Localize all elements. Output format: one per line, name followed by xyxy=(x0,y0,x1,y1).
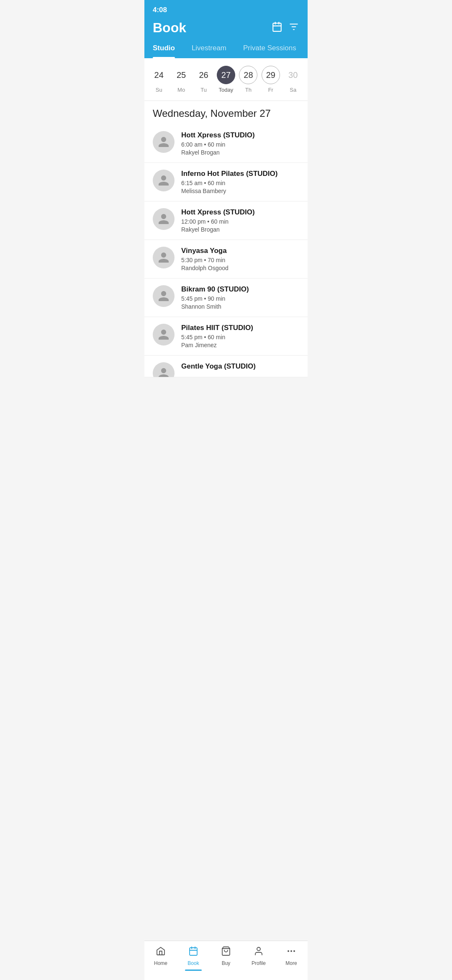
avatar xyxy=(153,362,175,377)
class-instructor: Melissa Bambery xyxy=(181,188,299,194)
calendar-day-25[interactable]: 25 Mo xyxy=(171,66,191,93)
status-bar: 4:08 xyxy=(144,0,308,17)
class-name: Hott Xpress (STUDIO) xyxy=(181,131,299,139)
header: Book xyxy=(144,17,308,36)
class-item[interactable]: Vinyasa Yoga 5:30 pm • 70 min Randolph O… xyxy=(144,240,308,279)
class-name: Hott Xpress (STUDIO) xyxy=(181,208,299,217)
page-title: Book xyxy=(153,20,186,36)
calendar-icon[interactable] xyxy=(272,21,282,35)
class-time: 6:15 am • 60 min xyxy=(181,180,299,186)
calendar-day-27[interactable]: 27 Today xyxy=(216,66,236,93)
class-instructor: Rakyel Brogan xyxy=(181,149,299,156)
calendar-day-26[interactable]: 26 Tu xyxy=(194,66,214,93)
calendar-day-30[interactable]: 30 Sa xyxy=(283,66,303,93)
date-heading: Wednesday, November 27 xyxy=(144,101,308,124)
avatar xyxy=(153,285,175,307)
class-item[interactable]: Hott Xpress (STUDIO) 12:00 pm • 60 min R… xyxy=(144,201,308,240)
filter-icon[interactable] xyxy=(288,21,299,35)
class-name: Gentle Yoga (STUDIO) xyxy=(181,362,299,371)
class-item[interactable]: Hott Xpress (STUDIO) 6:00 am • 60 min Ra… xyxy=(144,124,308,163)
tab-private-sessions[interactable]: Private Sessions xyxy=(235,41,305,58)
svg-rect-0 xyxy=(273,23,281,31)
class-item[interactable]: Bikram 90 (STUDIO) 5:45 pm • 90 min Shan… xyxy=(144,279,308,317)
avatar xyxy=(153,170,175,191)
status-time: 4:08 xyxy=(153,6,167,14)
class-item[interactable]: Inferno Hot Pilates (STUDIO) 6:15 am • 6… xyxy=(144,163,308,201)
class-instructor: Rakyel Brogan xyxy=(181,226,299,233)
class-instructor: Shannon Smith xyxy=(181,303,299,310)
tab-studio[interactable]: Studio xyxy=(144,41,183,58)
tab-livestream[interactable]: Livestream xyxy=(183,41,235,58)
avatar xyxy=(153,131,175,153)
class-time: 5:45 pm • 60 min xyxy=(181,334,299,340)
class-time: 5:30 pm • 70 min xyxy=(181,257,299,263)
class-name: Vinyasa Yoga xyxy=(181,247,299,255)
class-time: 6:00 am • 60 min xyxy=(181,141,299,148)
header-actions xyxy=(272,21,299,35)
calendar-day-24[interactable]: 24 Su xyxy=(149,66,169,93)
class-item[interactable]: Pilates HIIT (STUDIO) 5:45 pm • 60 min P… xyxy=(144,317,308,356)
tab-bar: Studio Livestream Private Sessions xyxy=(144,36,308,58)
calendar-strip: 24 Su 25 Mo 26 Tu 27 Today 28 Th 29 Fr 3… xyxy=(144,58,308,101)
class-item[interactable]: Gentle Yoga (STUDIO) xyxy=(144,356,308,377)
avatar xyxy=(153,247,175,268)
avatar xyxy=(153,208,175,230)
class-name: Bikram 90 (STUDIO) xyxy=(181,285,299,294)
class-list: Hott Xpress (STUDIO) 6:00 am • 60 min Ra… xyxy=(144,124,308,377)
class-name: Pilates HIIT (STUDIO) xyxy=(181,324,299,332)
calendar-day-28[interactable]: 28 Th xyxy=(238,66,258,93)
avatar xyxy=(153,324,175,346)
class-instructor: Pam Jimenez xyxy=(181,342,299,348)
class-name: Inferno Hot Pilates (STUDIO) xyxy=(181,170,299,178)
calendar-day-29[interactable]: 29 Fr xyxy=(261,66,281,93)
class-instructor: Randolph Osgood xyxy=(181,265,299,271)
class-time: 5:45 pm • 90 min xyxy=(181,295,299,302)
class-time: 12:00 pm • 60 min xyxy=(181,218,299,225)
